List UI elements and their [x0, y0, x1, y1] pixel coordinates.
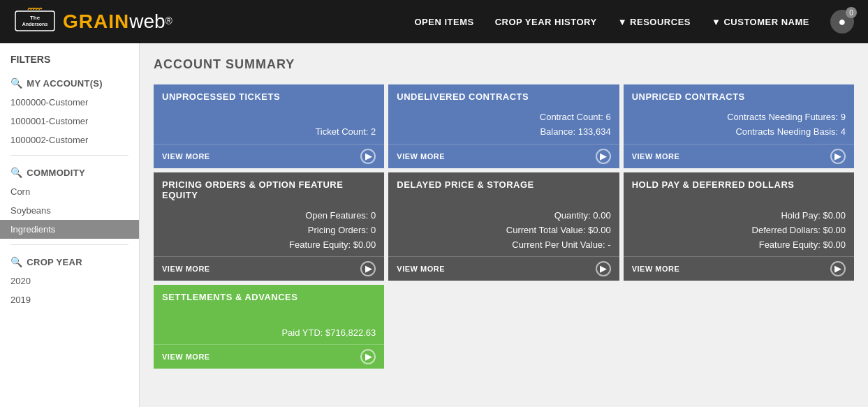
sidebar-item-account-1[interactable]: 1000001-Customer — [0, 112, 139, 131]
main-nav: OPEN ITEMS CROP YEAR HISTORY ▼ RESOURCES… — [414, 10, 854, 34]
svg-text:The: The — [30, 15, 41, 21]
sidebar-item-account-2[interactable]: 1000002-Customer — [0, 131, 139, 149]
current-total-value: Current Total Value: $0.00 — [506, 223, 611, 238]
search-icon-commodity: 🔍 — [10, 167, 22, 178]
main-content: ACCOUNT SUMMARY UNPROCESSED TICKETS Tick… — [140, 43, 868, 407]
sidebar-item-soybeans[interactable]: Soybeans — [0, 201, 139, 220]
search-icon: 🔍 — [10, 77, 22, 89]
open-features: Open Features: 0 — [305, 209, 376, 223]
card-unpriced-contracts: UNPRICED CONTRACTS Contracts Needing Fut… — [624, 84, 854, 168]
card-hold-pay: HOLD PAY & DEFERRED DOLLARS Hold Pay: $0… — [624, 172, 854, 281]
card-title-pricing-orders: PRICING ORDERS & OPTION FEATURE EQUITY — [154, 172, 384, 205]
logo-reg-text: ® — [165, 15, 172, 27]
view-more-label-unpriced: VIEW MORE — [632, 152, 680, 161]
card-footer-hold-pay[interactable]: VIEW MORE ▶ — [624, 256, 854, 281]
sidebar-divider-1 — [10, 155, 128, 156]
nav-customer-name[interactable]: ▼ CUSTOMER NAME — [712, 17, 809, 27]
logo-web-text: web — [129, 10, 165, 32]
sidebar-divider-2 — [10, 244, 128, 245]
pricing-orders: Pricing Orders: 0 — [308, 223, 376, 238]
card-footer-pricing-orders[interactable]: VIEW MORE ▶ — [154, 256, 384, 281]
cards-grid: UNPROCESSED TICKETS Ticket Count: 2 VIEW… — [154, 84, 854, 369]
view-more-icon-settlements[interactable]: ▶ — [360, 349, 376, 364]
header: The Andersons GRAINweb® OPEN ITEMS CROP … — [0, 0, 868, 43]
contract-count: Contract Count: 6 — [540, 110, 611, 125]
card-title-settlements: SETTLEMENTS & ADVANCES — [154, 285, 384, 306]
card-footer-unpriced-contracts[interactable]: VIEW MORE ▶ — [624, 144, 854, 168]
view-more-icon-hold[interactable]: ▶ — [830, 261, 846, 276]
card-footer-delayed-price[interactable]: VIEW MORE ▶ — [388, 256, 619, 281]
paid-ytd: Paid YTD: $716,822.63 — [281, 326, 376, 341]
view-more-icon-delayed[interactable]: ▶ — [596, 261, 611, 276]
card-footer-undelivered-contracts[interactable]: VIEW MORE ▶ — [388, 144, 619, 168]
sidebar-item-corn[interactable]: Corn — [0, 182, 139, 201]
andersons-logo: The Andersons — [14, 6, 56, 38]
sidebar: FILTERS 🔍 My Account(s) 1000000-Customer… — [0, 43, 140, 407]
logo-grain-text: GRAIN — [63, 10, 129, 32]
card-body-unprocessed-tickets: Ticket Count: 2 — [154, 106, 384, 144]
card-footer-unprocessed-tickets[interactable]: VIEW MORE ▶ — [154, 144, 384, 168]
view-more-label-pricing: VIEW MORE — [162, 265, 210, 273]
view-more-label-delayed: VIEW MORE — [397, 265, 445, 273]
accounts-section-header: 🔍 My Account(s) — [0, 72, 139, 93]
svg-text:Andersons: Andersons — [22, 22, 48, 27]
card-title-delayed-price: DELAYED PRICE & STORAGE — [388, 172, 619, 194]
card-title-unpriced-contracts: UNPRICED CONTRACTS — [624, 84, 854, 106]
hold-pay: Hold Pay: $0.00 — [781, 209, 846, 223]
card-body-pricing-orders: Open Features: 0 Pricing Orders: 0 Featu… — [154, 205, 384, 256]
card-title-hold-pay: HOLD PAY & DEFERRED DOLLARS — [624, 172, 854, 194]
grain-web-logo: GRAINweb® — [63, 10, 172, 33]
card-body-hold-pay: Hold Pay: $0.00 Deferred Dollars: $0.00 … — [624, 194, 854, 256]
view-more-label-settlements: VIEW MORE — [162, 353, 210, 361]
contracts-needing-basis: Contracts Needing Basis: 4 — [735, 125, 846, 140]
view-more-icon-unpriced[interactable]: ▶ — [830, 149, 846, 164]
view-more-label-unprocessed: VIEW MORE — [162, 152, 210, 161]
balance: Balance: 133,634 — [540, 125, 610, 140]
card-title-undelivered-contracts: UNDELIVERED CONTRACTS — [388, 84, 619, 106]
page-title: ACCOUNT SUMMARY — [154, 57, 854, 72]
crop-year-section-header: 🔍 Crop Year — [0, 251, 139, 272]
sidebar-item-2019[interactable]: 2019 — [0, 290, 139, 309]
view-more-label-hold: VIEW MORE — [632, 265, 680, 273]
current-per-unit-value: Current Per Unit Value: - — [512, 238, 610, 253]
nav-crop-year-history[interactable]: CROP YEAR HISTORY — [495, 17, 597, 27]
filters-title: FILTERS — [0, 54, 139, 72]
card-body-undelivered-contracts: Contract Count: 6 Balance: 133,634 — [388, 106, 619, 144]
sidebar-item-ingredients[interactable]: Ingredients — [0, 220, 139, 239]
logo-area: The Andersons GRAINweb® — [14, 6, 172, 38]
notification-badge: 0 — [846, 7, 857, 18]
card-unprocessed-tickets: UNPROCESSED TICKETS Ticket Count: 2 VIEW… — [154, 84, 384, 168]
sidebar-item-account-0[interactable]: 1000000-Customer — [0, 93, 139, 112]
user-avatar[interactable]: ● 0 — [830, 10, 854, 34]
nav-resources[interactable]: ▼ RESOURCES — [618, 17, 691, 27]
commodity-section-header: 🔍 Commodity — [0, 161, 139, 182]
view-more-icon-unprocessed[interactable]: ▶ — [360, 149, 376, 164]
card-settlements: SETTLEMENTS & ADVANCES Paid YTD: $716,82… — [154, 285, 384, 369]
deferred-dollars: Deferred Dollars: $0.00 — [752, 223, 846, 238]
ticket-count: Ticket Count: 2 — [315, 125, 376, 140]
card-body-settlements: Paid YTD: $716,822.63 — [154, 306, 384, 344]
feature-equity-pricing: Feature Equity: $0.00 — [289, 238, 376, 253]
quantity: Quantity: 0.00 — [554, 209, 611, 223]
nav-open-items[interactable]: OPEN ITEMS — [414, 17, 473, 27]
card-pricing-orders: PRICING ORDERS & OPTION FEATURE EQUITY O… — [154, 172, 384, 281]
card-title-unprocessed-tickets: UNPROCESSED TICKETS — [154, 84, 384, 106]
sidebar-item-2020[interactable]: 2020 — [0, 272, 139, 290]
contracts-needing-futures: Contracts Needing Futures: 9 — [727, 110, 846, 125]
view-more-icon-undelivered[interactable]: ▶ — [596, 149, 611, 164]
card-footer-settlements[interactable]: VIEW MORE ▶ — [154, 344, 384, 369]
view-more-label-undelivered: VIEW MORE — [397, 152, 445, 161]
view-more-icon-pricing[interactable]: ▶ — [360, 261, 376, 276]
card-body-unpriced-contracts: Contracts Needing Futures: 9 Contracts N… — [624, 106, 854, 144]
card-body-delayed-price: Quantity: 0.00 Current Total Value: $0.0… — [388, 194, 619, 256]
card-undelivered-contracts: UNDELIVERED CONTRACTS Contract Count: 6 … — [388, 84, 619, 168]
main-layout: FILTERS 🔍 My Account(s) 1000000-Customer… — [0, 43, 868, 407]
search-icon-crop-year: 🔍 — [10, 256, 22, 267]
card-delayed-price: DELAYED PRICE & STORAGE Quantity: 0.00 C… — [388, 172, 619, 281]
feature-equity-hold: Feature Equity: $0.00 — [759, 238, 846, 253]
